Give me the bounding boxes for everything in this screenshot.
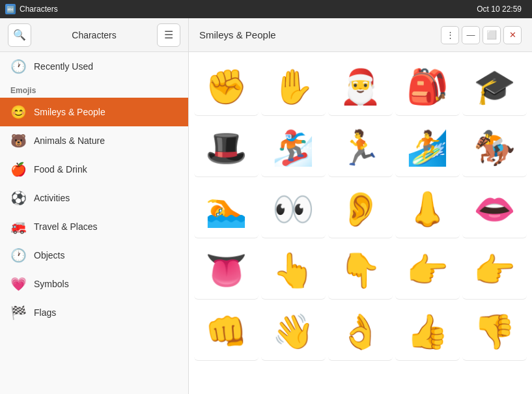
emoji-cell-0[interactable]: ✊ — [194, 57, 259, 116]
objects-label: Objects — [34, 250, 64, 260]
titlebar-clock: Oct 10 22:59 — [477, 5, 522, 14]
emoji-cell-2[interactable]: 🎅 — [328, 57, 393, 116]
symbols-label: Symbols — [34, 279, 69, 289]
main-window: 🔍 Characters ☰ Smileys & People ⋮ — ⬜ — [0, 18, 532, 394]
animals-icon: 🐻 — [10, 133, 26, 148]
emoji-cell-19[interactable]: 👉 — [462, 241, 527, 300]
sidebar-item-objects[interactable]: 🕐Objects — [0, 241, 188, 270]
emoji-cell-8[interactable]: 🏄 — [395, 119, 460, 177]
right-header: Smileys & People ⋮ — ⬜ ✕ — [189, 18, 532, 51]
sidebar: 🕐 Recently Used Emojis 😊Smileys & People… — [0, 52, 189, 394]
titlebar-title: Characters — [20, 5, 477, 14]
sidebar-item-travel[interactable]: 🚒Travel & Places — [0, 212, 188, 241]
flags-label: Flags — [34, 307, 56, 318]
left-header: 🔍 Characters ☰ — [0, 18, 189, 51]
sidebar-items: 😊Smileys & People🐻Animals & Nature🍎Food … — [0, 98, 188, 327]
sidebar-item-animals[interactable]: 🐻Animals & Nature — [0, 126, 188, 155]
sidebar-item-activities[interactable]: ⚽Activities — [0, 184, 188, 212]
minimize-icon: — — [467, 30, 475, 40]
emoji-cell-17[interactable]: 👇 — [328, 241, 393, 300]
clock-icon: 🕐 — [10, 59, 26, 74]
sidebar-item-food[interactable]: 🍎Food & Drink — [0, 155, 188, 184]
search-button[interactable]: 🔍 — [8, 23, 31, 47]
emoji-cell-24[interactable]: 👎 — [462, 302, 527, 361]
close-button[interactable]: ✕ — [503, 26, 522, 44]
food-icon: 🍎 — [10, 162, 26, 177]
emoji-cell-22[interactable]: 👌 — [328, 302, 393, 361]
smileys-label: Smileys & People — [34, 107, 105, 117]
maximize-icon: ⬜ — [486, 30, 497, 40]
emoji-cell-13[interactable]: 👃 — [395, 180, 460, 238]
emoji-grid: ✊✋🎅🎒🎓🎩🏂🏃🏄🏇🏊👀👂👃👄👅👆👇👉👉👊👋👌👍👎 — [194, 57, 527, 361]
minimize-button[interactable]: — — [462, 26, 480, 44]
emoji-cell-12[interactable]: 👂 — [328, 180, 393, 238]
app-icon: 🔤 — [5, 4, 16, 14]
more-button[interactable]: ⋮ — [441, 26, 459, 44]
emoji-cell-9[interactable]: 🏇 — [462, 119, 527, 177]
emoji-cell-5[interactable]: 🎩 — [194, 119, 259, 177]
food-label: Food & Drink — [34, 164, 87, 175]
emoji-area[interactable]: ✊✋🎅🎒🎓🎩🏂🏃🏄🏇🏊👀👂👃👄👅👆👇👉👉👊👋👌👍👎 — [189, 52, 532, 394]
activities-icon: ⚽ — [10, 190, 26, 206]
right-header-title: Smileys & People — [199, 29, 276, 40]
emoji-cell-7[interactable]: 🏃 — [328, 119, 393, 177]
hamburger-icon: ☰ — [164, 29, 173, 41]
travel-icon: 🚒 — [10, 219, 26, 234]
animals-label: Animals & Nature — [34, 135, 105, 146]
emoji-cell-18[interactable]: 👉 — [395, 241, 460, 300]
titlebar: 🔤 Characters Oct 10 22:59 — [0, 0, 532, 18]
emoji-cell-1[interactable]: ✋ — [261, 57, 326, 116]
emoji-cell-14[interactable]: 👄 — [462, 180, 527, 238]
close-icon: ✕ — [509, 30, 516, 40]
emoji-cell-15[interactable]: 👅 — [194, 241, 259, 300]
flags-icon: 🏁 — [10, 305, 26, 320]
sidebar-item-symbols[interactable]: 💗Symbols — [0, 270, 188, 298]
objects-icon: 🕐 — [10, 247, 26, 263]
menu-button[interactable]: ☰ — [157, 23, 180, 47]
smileys-icon: 😊 — [10, 104, 26, 120]
sidebar-item-smileys[interactable]: 😊Smileys & People — [0, 98, 188, 126]
window-controls: ⋮ — ⬜ ✕ — [441, 26, 522, 44]
sidebar-item-recently-used[interactable]: 🕐 Recently Used — [0, 52, 188, 81]
emoji-cell-3[interactable]: 🎒 — [395, 57, 460, 116]
emoji-cell-20[interactable]: 👊 — [194, 302, 259, 361]
emoji-cell-16[interactable]: 👆 — [261, 241, 326, 300]
emoji-cell-6[interactable]: 🏂 — [261, 119, 326, 177]
symbols-icon: 💗 — [10, 276, 26, 292]
emoji-cell-23[interactable]: 👍 — [395, 302, 460, 361]
emoji-cell-10[interactable]: 🏊 — [194, 180, 259, 238]
header-row: 🔍 Characters ☰ Smileys & People ⋮ — ⬜ — [0, 18, 532, 52]
activities-label: Activities — [34, 193, 70, 203]
maximize-button[interactable]: ⬜ — [483, 26, 501, 44]
more-icon: ⋮ — [446, 30, 455, 40]
emoji-cell-4[interactable]: 🎓 — [462, 57, 527, 116]
left-header-title: Characters — [38, 30, 150, 40]
sidebar-item-flags[interactable]: 🏁Flags — [0, 298, 188, 327]
recently-used-label: Recently Used — [34, 61, 93, 72]
content-area: 🕐 Recently Used Emojis 😊Smileys & People… — [0, 52, 532, 394]
travel-label: Travel & Places — [34, 221, 98, 232]
emoji-cell-11[interactable]: 👀 — [261, 180, 326, 238]
emojis-section-header: Emojis — [0, 81, 188, 98]
search-icon: 🔍 — [13, 29, 26, 41]
emoji-cell-21[interactable]: 👋 — [261, 302, 326, 361]
